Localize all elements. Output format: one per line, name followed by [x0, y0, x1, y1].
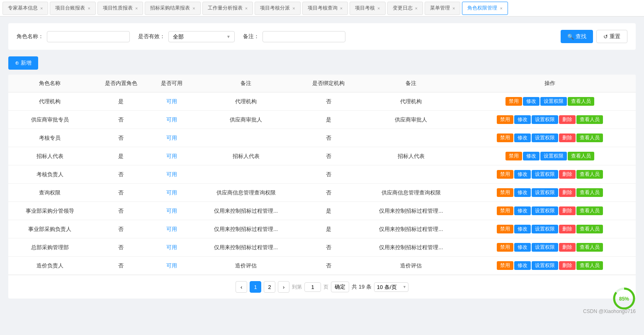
remark-input[interactable]: [262, 31, 345, 42]
action-修改-button[interactable]: 修改: [514, 188, 531, 197]
reset-button-label: 重置: [610, 33, 620, 40]
tab-tab10[interactable]: 菜单管理×: [425, 2, 460, 15]
action-禁用-button[interactable]: 禁用: [497, 170, 513, 179]
tab-close-icon[interactable]: ×: [135, 6, 138, 11]
tab-close-icon[interactable]: ×: [292, 6, 295, 11]
tab-close-icon[interactable]: ×: [245, 6, 248, 11]
tab-tab8[interactable]: 项目考核×: [350, 2, 385, 15]
action-删除-button[interactable]: 删除: [559, 243, 576, 252]
action-删除-button[interactable]: 删除: [559, 188, 576, 197]
tab-close-icon[interactable]: ×: [192, 6, 195, 11]
table-cell: 事业部采购负责人: [8, 220, 92, 238]
tab-label: 招标采购结果报表: [150, 5, 190, 12]
action-查看人员-button[interactable]: 查看人员: [576, 170, 603, 179]
action-修改-button[interactable]: 修改: [514, 243, 531, 252]
action-禁用-button[interactable]: 禁用: [497, 261, 513, 270]
svg-text:85%: 85%: [619, 296, 629, 302]
action-删除-button[interactable]: 删除: [559, 206, 576, 215]
search-button[interactable]: 🔍 查找: [561, 30, 593, 43]
action-查看人员-button[interactable]: 查看人员: [576, 134, 603, 142]
action-禁用-button[interactable]: 禁用: [497, 115, 513, 124]
action-设置权限-button[interactable]: 设置权限: [532, 134, 558, 142]
action-cell: 禁用修改设置权限删除查看人员: [464, 165, 636, 184]
action-禁用-button[interactable]: 禁用: [497, 134, 513, 142]
action-修改-button[interactable]: 修改: [514, 170, 531, 179]
action-禁用-button[interactable]: 禁用: [505, 152, 522, 160]
is-valid-select[interactable]: 全部是否: [168, 31, 235, 42]
action-禁用-button[interactable]: 禁用: [505, 97, 522, 106]
action-查看人员-button[interactable]: 查看人员: [576, 206, 603, 215]
action-设置权限-button[interactable]: 设置权限: [540, 152, 567, 160]
page-goto-input[interactable]: [304, 282, 321, 292]
is-valid-label: 是否有效：: [138, 33, 165, 40]
action-查看人员-button[interactable]: 查看人员: [568, 97, 594, 106]
table-row: 总部采购管理部否可用仅用来控制招标过程管理...否仅用来控制招标过程管理...禁…: [8, 238, 636, 257]
table-cell: 否: [92, 111, 151, 129]
page-1-button[interactable]: 1: [250, 281, 261, 293]
tab-tab11[interactable]: 角色权限管理×: [462, 2, 508, 15]
action-设置权限-button[interactable]: 设置权限: [540, 97, 567, 106]
table-cell: 供应商审批人: [193, 111, 299, 129]
action-设置权限-button[interactable]: 设置权限: [532, 206, 558, 215]
search-button-label: 查找: [576, 33, 586, 40]
tab-close-icon[interactable]: ×: [40, 6, 43, 11]
table-cell: 否: [299, 184, 358, 202]
action-查看人员-button[interactable]: 查看人员: [576, 261, 603, 270]
action-修改-button[interactable]: 修改: [523, 152, 540, 160]
next-page-button[interactable]: ›: [278, 281, 289, 293]
action-设置权限-button[interactable]: 设置权限: [532, 261, 558, 270]
action-删除-button[interactable]: 删除: [559, 115, 576, 124]
action-查看人员-button[interactable]: 查看人员: [576, 243, 603, 252]
tab-close-icon[interactable]: ×: [87, 6, 90, 11]
action-设置权限-button[interactable]: 设置权限: [532, 188, 558, 197]
tab-close-icon[interactable]: ×: [415, 6, 418, 11]
table-row: 代理机构是可用代理机构否代理机构禁用修改设置权限查看人员: [8, 92, 636, 111]
action-修改-button[interactable]: 修改: [514, 261, 531, 270]
table-cell: 代理机构: [193, 92, 299, 111]
action-删除-button[interactable]: 删除: [559, 225, 576, 233]
action-禁用-button[interactable]: 禁用: [497, 225, 513, 233]
action-禁用-button[interactable]: 禁用: [497, 188, 513, 197]
role-name-input[interactable]: [47, 31, 130, 42]
add-button[interactable]: ⊕ 新增: [8, 56, 38, 70]
tab-tab6[interactable]: 项目考核分派×: [255, 2, 300, 15]
table-cell: 供应商审批专员: [8, 111, 92, 129]
tab-tab7[interactable]: 项目考核查询×: [302, 2, 348, 15]
action-查看人员-button[interactable]: 查看人员: [568, 152, 594, 160]
tab-close-icon[interactable]: ×: [340, 6, 343, 11]
action-修改-button[interactable]: 修改: [514, 115, 531, 124]
tab-tab5[interactable]: 工作量分析报表×: [202, 2, 253, 15]
action-禁用-button[interactable]: 禁用: [497, 206, 513, 215]
table-cell: 可用: [151, 202, 193, 220]
action-删除-button[interactable]: 删除: [559, 261, 576, 270]
prev-page-button[interactable]: ‹: [236, 281, 247, 293]
action-删除-button[interactable]: 删除: [559, 134, 576, 142]
action-设置权限-button[interactable]: 设置权限: [532, 243, 558, 252]
page-2-button[interactable]: 2: [264, 281, 275, 293]
page-size-select[interactable]: 10 条/页20 条/页50 条/页100 条/页: [374, 282, 408, 292]
action-修改-button[interactable]: 修改: [514, 225, 531, 233]
action-禁用-button[interactable]: 禁用: [497, 243, 513, 252]
action-查看人员-button[interactable]: 查看人员: [576, 188, 603, 197]
tab-close-icon[interactable]: ×: [452, 6, 455, 11]
action-cell: 禁用修改设置权限查看人员: [464, 92, 636, 111]
reset-button[interactable]: ↺ 重置: [596, 30, 627, 43]
tab-close-icon[interactable]: ×: [500, 6, 502, 11]
tab-tab1[interactable]: 专家基本信息×: [2, 2, 48, 15]
action-查看人员-button[interactable]: 查看人员: [576, 225, 603, 233]
tab-tab4[interactable]: 招标采购结果报表×: [145, 2, 200, 15]
tab-tab3[interactable]: 项目性质报表×: [97, 2, 143, 15]
action-设置权限-button[interactable]: 设置权限: [532, 225, 558, 233]
tab-tab2[interactable]: 项目台账报表×: [50, 2, 95, 15]
page-confirm-button[interactable]: 确定: [331, 282, 349, 292]
action-设置权限-button[interactable]: 设置权限: [532, 170, 558, 179]
action-删除-button[interactable]: 删除: [559, 170, 576, 179]
action-修改-button[interactable]: 修改: [514, 134, 531, 142]
table-cell: 招标人代表: [193, 147, 299, 165]
action-设置权限-button[interactable]: 设置权限: [532, 115, 558, 124]
tab-tab9[interactable]: 变更日志×: [387, 2, 423, 15]
action-修改-button[interactable]: 修改: [523, 97, 540, 106]
tab-close-icon[interactable]: ×: [377, 6, 380, 11]
action-修改-button[interactable]: 修改: [514, 206, 531, 215]
action-查看人员-button[interactable]: 查看人员: [576, 115, 603, 124]
